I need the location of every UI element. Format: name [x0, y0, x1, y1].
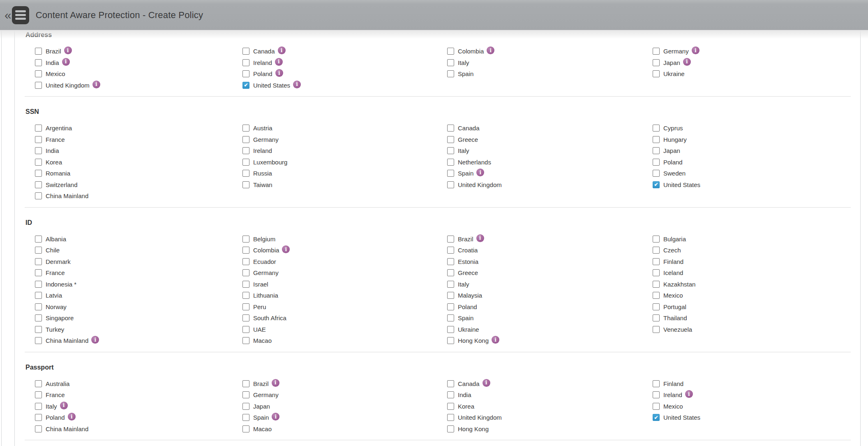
info-icon[interactable]: i	[487, 46, 494, 54]
info-icon[interactable]: i	[64, 46, 72, 54]
info-icon[interactable]: i	[275, 58, 283, 66]
checkbox-passport-italy[interactable]	[35, 403, 42, 410]
checkbox-ssn-united-kingdom[interactable]	[447, 181, 454, 188]
checkbox-address-united-states[interactable]: ✔	[242, 82, 249, 89]
checkbox-passport-china-mainland[interactable]	[35, 425, 42, 432]
checkbox-id-chile[interactable]	[35, 247, 42, 254]
checkbox-passport-india[interactable]	[447, 391, 454, 398]
checkbox-ssn-china-mainland[interactable]	[35, 192, 42, 199]
checkbox-address-ukraine[interactable]	[653, 70, 660, 77]
checkbox-ssn-poland[interactable]	[653, 159, 660, 166]
checkbox-id-france[interactable]	[35, 269, 42, 276]
collapse-sidebar-icon[interactable]: «	[5, 9, 12, 21]
checkbox-passport-spain[interactable]	[242, 414, 249, 421]
info-icon[interactable]: i	[476, 169, 484, 176]
checkbox-id-lithuania[interactable]	[242, 292, 249, 299]
checkbox-ssn-france[interactable]	[35, 136, 42, 143]
checkbox-id-hong-kong[interactable]	[447, 337, 454, 344]
checkbox-id-ukraine[interactable]	[447, 326, 454, 333]
info-icon[interactable]: i	[278, 46, 286, 54]
checkbox-passport-australia[interactable]	[35, 380, 42, 387]
checkbox-id-spain[interactable]	[447, 314, 454, 321]
checkbox-id-italy[interactable]	[447, 281, 454, 288]
checkbox-ssn-india[interactable]	[35, 147, 42, 154]
checkbox-id-finland[interactable]	[653, 258, 660, 265]
checkbox-id-kazakhstan[interactable]	[653, 281, 660, 288]
checkbox-ssn-switzerland[interactable]	[35, 181, 42, 188]
checkbox-id-ecuador[interactable]	[242, 258, 249, 265]
checkbox-ssn-argentina[interactable]	[35, 125, 42, 132]
checkbox-ssn-netherlands[interactable]	[447, 159, 454, 166]
checkbox-address-canada[interactable]	[242, 48, 249, 55]
checkbox-ssn-hungary[interactable]	[653, 136, 660, 143]
checkbox-passport-brazil[interactable]	[242, 380, 249, 387]
checkbox-id-bulgaria[interactable]	[653, 236, 660, 243]
info-icon[interactable]: i	[272, 413, 279, 421]
checkbox-ssn-spain[interactable]	[447, 170, 454, 177]
checkbox-ssn-ireland[interactable]	[242, 147, 249, 154]
checkbox-id-greece[interactable]	[447, 269, 454, 276]
menu-icon[interactable]	[12, 6, 29, 24]
checkbox-ssn-korea[interactable]	[35, 159, 42, 166]
checkbox-address-colombia[interactable]	[447, 48, 454, 55]
info-icon[interactable]: i	[476, 234, 484, 242]
checkbox-ssn-taiwan[interactable]	[242, 181, 249, 188]
checkbox-passport-poland[interactable]	[35, 414, 42, 421]
checkbox-id-albania[interactable]	[35, 236, 42, 243]
checkbox-passport-united-states[interactable]: ✔	[653, 414, 660, 421]
checkbox-passport-united-kingdom[interactable]	[447, 414, 454, 421]
info-icon[interactable]: i	[272, 379, 279, 387]
checkbox-address-italy[interactable]	[447, 59, 454, 66]
info-icon[interactable]: i	[91, 336, 99, 344]
checkbox-passport-korea[interactable]	[447, 403, 454, 410]
checkbox-address-spain[interactable]	[447, 70, 454, 77]
checkbox-passport-japan[interactable]	[242, 403, 249, 410]
checkbox-id-estonia[interactable]	[447, 258, 454, 265]
checkbox-id-denmark[interactable]	[35, 258, 42, 265]
checkbox-id-venezuela[interactable]	[653, 326, 660, 333]
checkbox-address-ireland[interactable]	[242, 59, 249, 66]
info-icon[interactable]: i	[482, 379, 490, 387]
checkbox-ssn-greece[interactable]	[447, 136, 454, 143]
checkbox-ssn-united-states[interactable]: ✔	[653, 181, 660, 188]
checkbox-passport-macao[interactable]	[242, 425, 249, 432]
checkbox-ssn-sweden[interactable]	[653, 170, 660, 177]
checkbox-ssn-russia[interactable]	[242, 170, 249, 177]
checkbox-address-mexico[interactable]	[35, 70, 42, 77]
checkbox-address-germany[interactable]	[653, 48, 660, 55]
checkbox-id-uae[interactable]	[242, 326, 249, 333]
checkbox-ssn-japan[interactable]	[653, 147, 660, 154]
checkbox-address-poland[interactable]	[242, 70, 249, 77]
checkbox-ssn-canada[interactable]	[447, 125, 454, 132]
checkbox-id-belgium[interactable]	[242, 236, 249, 243]
info-icon[interactable]: i	[60, 402, 68, 409]
checkbox-address-united-kingdom[interactable]	[35, 82, 42, 89]
checkbox-passport-ireland[interactable]	[653, 391, 660, 398]
checkbox-id-south-africa[interactable]	[242, 314, 249, 321]
checkbox-id-colombia[interactable]	[242, 247, 249, 254]
checkbox-passport-mexico[interactable]	[653, 403, 660, 410]
checkbox-id-latvia[interactable]	[35, 292, 42, 299]
checkbox-id-poland[interactable]	[447, 303, 454, 310]
checkbox-id-singapore[interactable]	[35, 314, 42, 321]
checkbox-ssn-cyprus[interactable]	[653, 125, 660, 132]
checkbox-passport-finland[interactable]	[653, 380, 660, 387]
info-icon[interactable]: i	[293, 81, 301, 88]
checkbox-ssn-romania[interactable]	[35, 170, 42, 177]
info-icon[interactable]: i	[275, 69, 283, 77]
checkbox-passport-hong-kong[interactable]	[447, 425, 454, 432]
checkbox-id-croatia[interactable]	[447, 247, 454, 254]
checkbox-address-india[interactable]	[35, 59, 42, 66]
checkbox-address-brazil[interactable]	[35, 48, 42, 55]
checkbox-address-japan[interactable]	[653, 59, 660, 66]
checkbox-id-macao[interactable]	[242, 337, 249, 344]
checkbox-id-thailand[interactable]	[653, 314, 660, 321]
checkbox-id-brazil[interactable]	[447, 236, 454, 243]
info-icon[interactable]: i	[92, 81, 100, 88]
checkbox-ssn-luxembourg[interactable]	[242, 159, 249, 166]
checkbox-passport-canada[interactable]	[447, 380, 454, 387]
info-icon[interactable]: i	[692, 46, 699, 54]
info-icon[interactable]: i	[282, 245, 290, 253]
checkbox-id-china-mainland[interactable]	[35, 337, 42, 344]
checkbox-id-peru[interactable]	[242, 303, 249, 310]
